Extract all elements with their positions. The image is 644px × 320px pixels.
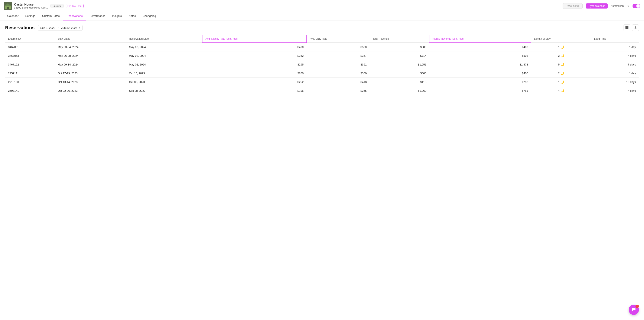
automation-label: Automation: <box>611 5 624 8</box>
nav-item-performance[interactable]: Performance <box>86 12 109 21</box>
table-cell: $295 <box>202 60 307 69</box>
table-cell: 5 🌙 <box>531 60 591 69</box>
download-icon <box>634 26 637 30</box>
table-row: 3467192May 09-14, 2024May 02, 2024$295$3… <box>5 60 639 69</box>
nights-count: 1 <box>558 46 560 49</box>
nav-item-reservations[interactable]: Reservations <box>63 12 86 21</box>
nights-count: 4 <box>558 89 560 92</box>
sort-arrow-icon: ↓ <box>150 37 152 40</box>
table-cell: $400 <box>430 43 531 51</box>
table-cell: $580 <box>307 43 370 51</box>
table-cell: $503 <box>430 51 531 60</box>
page-title: Reservations <box>5 25 34 31</box>
nav-item-notes[interactable]: Notes <box>125 12 139 21</box>
table-header-row: External ID Stay Dates Reservation Date … <box>5 35 639 43</box>
nav-item-insights[interactable]: Insights <box>109 12 125 21</box>
table-cell: 4 🌙 <box>531 86 591 95</box>
page-header: Reservations Sep 1, 2023 → Jun 30, 2025 … <box>5 24 639 31</box>
table-cell: $714 <box>370 51 429 60</box>
property-address: 33500 Sandridge Road Oyst... <box>14 6 48 9</box>
table-cell: $391 <box>307 60 370 69</box>
col-header-reservation-date[interactable]: Reservation Date ↓ <box>126 35 202 43</box>
nights-count: 2 <box>558 72 560 75</box>
table-cell: May 09-14, 2024 <box>55 60 126 69</box>
top-bar: Oyster House 33500 Sandridge Road Oyst..… <box>0 0 644 12</box>
table-cell: 1 🌙 <box>531 43 591 51</box>
download-button[interactable] <box>632 24 639 31</box>
page-content: Reservations Sep 1, 2023 → Jun 30, 2025 … <box>0 21 644 99</box>
nav-bar: Calendar Settings Custom Rates Reservati… <box>0 12 644 21</box>
col-header-nightly-revenue[interactable]: Nightly Revenue (excl. fees) <box>430 35 531 43</box>
col-header-length-of-stay[interactable]: Length of Stay <box>531 35 591 43</box>
col-header-total-revenue[interactable]: Total Revenue <box>370 35 429 43</box>
table-cell: May 02, 2024 <box>126 43 202 51</box>
table-cell: Oct 17-19, 2023 <box>55 69 126 78</box>
table-cell: May 03-04, 2024 <box>55 43 126 51</box>
table-cell: 3467053 <box>5 51 55 60</box>
col-header-avg-daily-rate[interactable]: Avg. Daily Rate <box>307 35 370 43</box>
reservations-table-container: External ID Stay Dates Reservation Date … <box>5 35 639 95</box>
table-cell: 10 days <box>591 78 639 86</box>
header-actions: Reset setup Sync calendar Automation: ⚙ <box>562 3 640 9</box>
table-cell: $418 <box>307 78 370 86</box>
table-cell: $400 <box>430 69 531 78</box>
table-cell: $252 <box>202 78 307 86</box>
nights-count: 1 <box>558 80 560 84</box>
table-row: 3467053May 06-08, 2024May 02, 2024$252$3… <box>5 51 639 60</box>
svg-rect-5 <box>626 27 628 28</box>
nav-item-settings[interactable]: Settings <box>22 12 39 21</box>
date-to: Jun 30, 2025 <box>61 26 77 30</box>
date-arrow-icon: → <box>57 26 60 29</box>
table-row: 2759111Oct 17-19, 2023Oct 16, 2023$200$3… <box>5 69 639 78</box>
col-header-avg-nightly-rate[interactable]: Avg. Nightly Rate (excl. fees) <box>202 35 307 43</box>
nights-count: 5 <box>558 63 560 66</box>
table-cell: 2718100 <box>5 78 55 86</box>
nav-item-custom-rates[interactable]: Custom Rates <box>39 12 63 21</box>
table-cell: $300 <box>307 69 370 78</box>
table-row: 2718100Oct 13-14, 2023Oct 03, 2023$252$4… <box>5 78 639 86</box>
reservations-table: External ID Stay Dates Reservation Date … <box>5 35 639 95</box>
table-cell: $400 <box>202 43 307 51</box>
table-cell: $600 <box>370 69 429 78</box>
moon-icon: 🌙 <box>560 89 564 92</box>
property-logo <box>4 2 12 10</box>
table-cell: 2 🌙 <box>531 69 591 78</box>
date-from: Sep 1, 2023 <box>40 26 55 30</box>
table-cell: Sep 28, 2023 <box>126 86 202 95</box>
nav-item-changelog[interactable]: Changelog <box>139 12 160 21</box>
table-cell: $1,060 <box>370 86 429 95</box>
table-view-button[interactable] <box>624 24 630 31</box>
table-cell: $418 <box>370 78 429 86</box>
property-name: Oyster House <box>14 3 48 6</box>
sync-calendar-button[interactable]: Sync calendar <box>586 4 608 9</box>
table-cell: $580 <box>370 43 429 51</box>
nav-item-calendar[interactable]: Calendar <box>4 12 22 21</box>
reset-setup-button[interactable]: Reset setup <box>562 3 583 9</box>
table-cell: 2697141 <box>5 86 55 95</box>
moon-icon: 🌙 <box>560 80 564 84</box>
table-cell: $781 <box>430 86 531 95</box>
table-cell: Oct 16, 2023 <box>126 69 202 78</box>
svg-rect-4 <box>626 26 628 27</box>
chevron-down-icon: ▾ <box>79 27 80 29</box>
table-cell: Oct 03, 2023 <box>126 78 202 86</box>
table-cell: $252 <box>202 51 307 60</box>
col-header-external-id[interactable]: External ID <box>5 35 55 43</box>
svg-rect-6 <box>626 28 628 29</box>
moon-icon: 🌙 <box>560 63 564 66</box>
table-cell: 4 days <box>591 51 639 60</box>
automation-toggle[interactable] <box>632 4 640 8</box>
table-cell: 2 🌙 <box>531 51 591 60</box>
col-header-stay-dates[interactable]: Stay Dates <box>55 35 126 43</box>
table-cell: Oct 13-14, 2023 <box>55 78 126 86</box>
date-range-selector[interactable]: Sep 1, 2023 → Jun 30, 2025 ▾ <box>38 25 82 31</box>
table-cell: $1,473 <box>430 60 531 69</box>
table-cell: $265 <box>307 86 370 95</box>
svg-rect-3 <box>7 7 9 9</box>
page-actions <box>624 24 639 31</box>
table-row: 3467051May 03-04, 2024May 02, 2024$400$5… <box>5 43 639 51</box>
table-cell: 3467192 <box>5 60 55 69</box>
automation-icon: ⚙ <box>628 5 630 7</box>
col-header-lead-time[interactable]: Lead Time <box>591 35 639 43</box>
table-cell: $1,951 <box>370 60 429 69</box>
